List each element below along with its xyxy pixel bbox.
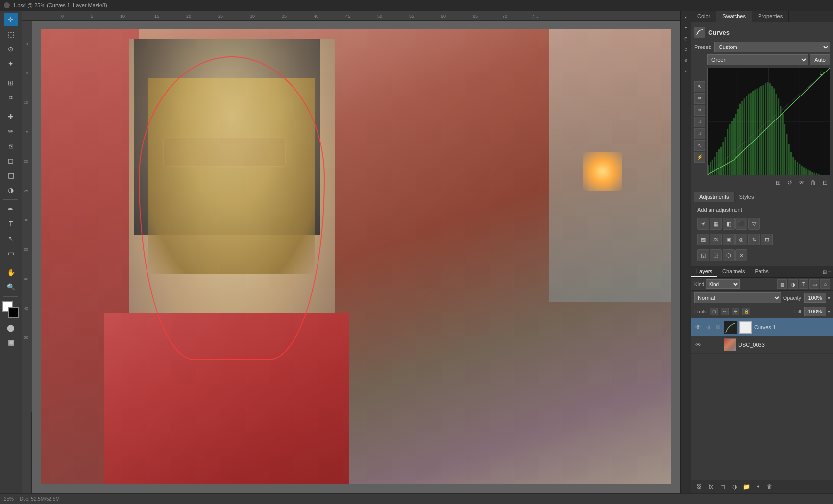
curves-clip-btn[interactable]: ⊡ (820, 178, 830, 188)
lock-image-btn[interactable]: ✏ (721, 308, 729, 315)
adj-photofilter-btn[interactable]: ◎ (735, 234, 747, 245)
layer-item-photo[interactable]: 👁 DSC_0033 (691, 336, 833, 354)
screen-mode-tool[interactable]: ▣ (4, 336, 18, 349)
layers-panel-menu[interactable]: ≡ (828, 267, 831, 276)
adj-colorbalance-btn[interactable]: ⚖ (710, 234, 722, 245)
color-swatches[interactable] (2, 301, 19, 318)
adj-colorlookup-btn[interactable]: ⊞ (761, 234, 773, 245)
crop-tool[interactable]: ⊞ (4, 76, 18, 90)
move-tool[interactable]: ✛ (4, 13, 18, 26)
filter-adjust-btn[interactable]: ◑ (788, 279, 798, 289)
curves-smooth[interactable]: ∿ (694, 140, 705, 151)
channel-select[interactable]: Green RGB Red Blue (707, 54, 808, 65)
layer-eye-photo[interactable]: 👁 (694, 341, 702, 349)
adj-channelmixer-btn[interactable]: ↻ (748, 234, 760, 245)
zoom-tool[interactable]: 🔍 (4, 280, 18, 294)
adj-posterize-btn[interactable]: ◲ (710, 249, 722, 261)
adj-exposure-btn[interactable]: ⬛ (735, 218, 747, 230)
preset-select[interactable]: Custom Default Strong Contrast Linear (714, 42, 830, 52)
healing-tool[interactable]: ✚ (4, 110, 18, 123)
lock-transparent-btn[interactable]: ◻ (710, 308, 718, 315)
curves-pencil-tool[interactable]: ✏ (694, 93, 705, 104)
lock-position-btn[interactable]: ✛ (732, 308, 739, 315)
filter-type-btn[interactable]: T (799, 279, 808, 289)
lock-all-btn[interactable]: 🔒 (742, 308, 750, 315)
clone-stamp-tool[interactable]: ⎘ (4, 139, 18, 153)
layers-options-btn[interactable]: ⊞ (823, 267, 827, 276)
tab-color[interactable]: Color (691, 11, 716, 22)
adj-threshold-btn[interactable]: ⬡ (723, 249, 735, 261)
filter-shape-btn[interactable]: ▭ (809, 279, 819, 289)
layer-list: 👁 ◑ ⛓ Curves 1 👁 (691, 318, 833, 480)
quick-mask-tool[interactable]: ⬤ (4, 321, 18, 335)
fill-dropdown[interactable]: ▾ (828, 309, 830, 314)
canvas[interactable] (32, 21, 680, 493)
rectangle-tool[interactable]: ▭ (4, 246, 18, 260)
panel-btn-2[interactable]: ✦ (682, 24, 690, 32)
background-color[interactable] (8, 307, 19, 318)
filter-pixel-btn[interactable]: ▨ (777, 279, 787, 289)
add-style-btn[interactable]: fx (706, 482, 716, 492)
curves-expand-btn[interactable]: ⊞ (773, 178, 783, 188)
link-layers-btn[interactable]: ⛓ (694, 482, 704, 492)
close-button[interactable] (4, 2, 10, 8)
adj-levels-btn[interactable]: ▦ (710, 218, 722, 230)
brush-tool[interactable]: ✏ (4, 124, 18, 138)
tab-paths[interactable]: Paths (750, 266, 774, 277)
tab-adjustments[interactable]: Adjustments (694, 192, 735, 202)
adj-gradient-map-btn[interactable]: ✕ (735, 249, 747, 261)
adj-bw-btn[interactable]: ▣ (723, 234, 735, 245)
layer-item-curves1[interactable]: 👁 ◑ ⛓ Curves 1 (691, 318, 833, 336)
ruler-vertical: 0 5 10 15 20 25 30 35 40 45 50 (22, 21, 32, 493)
new-layer-btn[interactable]: + (753, 482, 763, 492)
hand-tool[interactable]: ✋ (4, 265, 18, 279)
pen-tool[interactable]: ✒ (4, 202, 18, 216)
curves-delete-btn[interactable]: 🗑 (808, 178, 818, 188)
auto-button[interactable]: Auto (810, 54, 830, 65)
kind-filter-select[interactable]: Kind (706, 279, 740, 289)
path-selection-tool[interactable]: ↖ (4, 232, 18, 245)
new-adjustment-btn[interactable]: ◑ (730, 482, 739, 492)
dodge-tool[interactable]: ◑ (4, 183, 18, 197)
curves-eyedropper-mid[interactable]: ⌗ (694, 117, 705, 127)
curves-reset-btn[interactable]: ↺ (785, 178, 795, 188)
lasso-tool[interactable]: ⊙ (4, 42, 18, 56)
type-tool[interactable]: T (4, 217, 18, 231)
curves-eyedropper-black[interactable]: ⌗ (694, 105, 705, 116)
adj-vibrance-btn[interactable]: ▽ (748, 218, 760, 230)
adj-hsl-btn[interactable]: ▨ (697, 234, 709, 245)
eraser-tool[interactable]: ◻ (4, 154, 18, 168)
filter-smart-btn[interactable]: ☆ (820, 279, 830, 289)
adj-invert-btn[interactable]: ◱ (697, 249, 709, 261)
tab-channels[interactable]: Channels (717, 266, 750, 277)
eyedropper-tool[interactable]: ⌗ (4, 91, 18, 104)
tab-swatches[interactable]: Swatches (716, 11, 752, 22)
tab-styles[interactable]: Styles (735, 192, 760, 202)
new-group-btn[interactable]: 📁 (741, 482, 751, 492)
quick-select-tool[interactable]: ✦ (4, 57, 18, 71)
gradient-tool[interactable]: ◫ (4, 168, 18, 182)
opacity-input[interactable] (804, 293, 826, 303)
curves-auto[interactable]: ⚡ (694, 152, 705, 163)
layer-eye-curves1[interactable]: 👁 (694, 323, 702, 331)
adj-curves-btn[interactable]: ◧ (723, 218, 735, 230)
tab-properties[interactable]: Properties (752, 11, 789, 22)
adj-brightness-btn[interactable]: ☀ (697, 218, 709, 230)
delete-layer-btn[interactable]: 🗑 (765, 482, 775, 492)
panel-btn-1[interactable]: ▸ (682, 13, 690, 22)
marquee-tool[interactable]: ⬚ (4, 27, 18, 41)
panel-btn-4[interactable]: ⊙ (682, 45, 690, 54)
fill-input[interactable] (804, 307, 826, 316)
tab-layers[interactable]: Layers (691, 266, 717, 277)
add-mask-btn[interactable]: ◻ (718, 482, 728, 492)
curves-graph[interactable] (707, 68, 830, 175)
panel-btn-5[interactable]: ⊕ (682, 56, 690, 65)
blend-mode-select[interactable]: Normal Dissolve Multiply Screen Overlay (694, 292, 781, 303)
curves-eyedropper-white[interactable]: ⌗ (694, 128, 705, 139)
layer-thumb-curves1 (724, 321, 736, 334)
curves-visibility-btn[interactable]: 👁 (797, 178, 807, 188)
panel-btn-3[interactable]: ⊞ (682, 34, 690, 43)
panel-btn-6[interactable]: ⌖ (682, 67, 690, 75)
opacity-dropdown[interactable]: ▾ (828, 295, 830, 301)
curves-pointer-tool[interactable]: ↖ (694, 81, 705, 92)
